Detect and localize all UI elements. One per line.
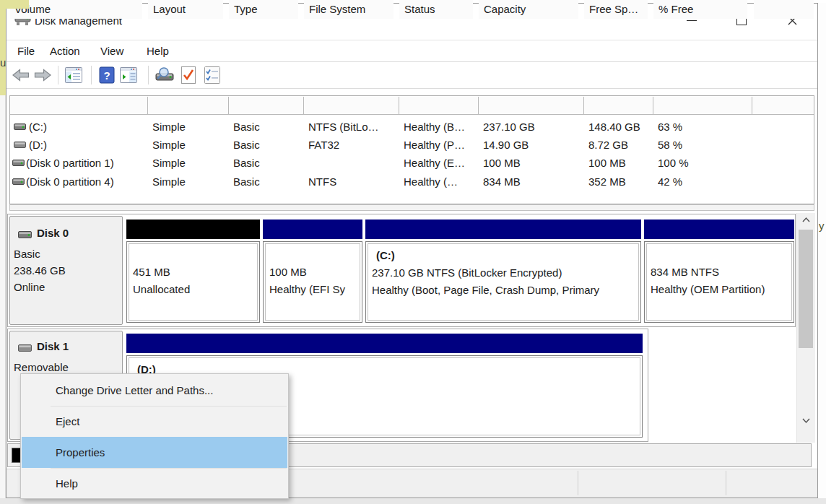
column-header-pct-free[interactable]: % Free [653, 0, 747, 19]
cell-file-system [308, 154, 396, 172]
task-checklist-icon[interactable] [204, 66, 221, 84]
cell-status: Healthy (P… [404, 136, 476, 154]
cell-layout: Simple [152, 118, 225, 136]
toolbar-separator [91, 66, 92, 84]
table-row[interactable]: (C:) Simple Basic NTFS (BitLo… Healthy (… [10, 118, 808, 136]
disk0-partition2-bar[interactable] [263, 220, 362, 239]
header-divider [399, 97, 399, 114]
volume-icon [14, 123, 26, 131]
disk0-partition2-efi[interactable]: 100 MB Healthy (EFI Sy [263, 241, 362, 323]
column-header-empty[interactable] [754, 0, 814, 19]
menu-file[interactable]: File [17, 43, 35, 60]
column-header-layout[interactable]: Layout [148, 0, 223, 19]
cell-status: Healthy (E… [404, 154, 476, 172]
column-header-capacity[interactable]: Capacity [479, 0, 578, 19]
disk1-partition1-bar[interactable] [126, 334, 643, 353]
disk1-name: Disk 1 [37, 340, 69, 352]
disk0-partition3-bar[interactable] [365, 220, 641, 239]
volume-icon [14, 141, 26, 149]
forward-icon[interactable] [33, 69, 52, 82]
cell-volume: (Disk 0 partition 1) [26, 154, 149, 172]
menu-item-properties[interactable]: Properties [22, 437, 287, 468]
background-strip-bottom [0, 498, 826, 504]
table-row[interactable]: (Disk 0 partition 4) Simple Basic NTFS H… [10, 173, 808, 191]
cell-capacity: 237.10 GB [483, 118, 581, 136]
background-window-corner [0, 0, 29, 9]
back-icon[interactable] [12, 69, 30, 82]
disk0-size: 238.46 GB [14, 262, 66, 279]
cell-capacity: 834 MB [483, 173, 581, 191]
partition-size: 100 MB [264, 264, 362, 281]
cell-status: Healthy (B… [404, 118, 476, 136]
toolbar-separator [58, 66, 58, 84]
toolbar-divider [6, 88, 817, 89]
menu-action[interactable]: Action [50, 43, 80, 60]
background-text-fragment: u [0, 56, 6, 69]
disk0-status: Online [14, 279, 45, 295]
column-header-type[interactable]: Type [229, 0, 298, 19]
disk0-partition3-c-drive[interactable]: (C:) 237.10 GB NTFS (BitLocker Encrypted… [365, 241, 641, 323]
cell-free-space: 100 MB [588, 154, 651, 172]
toolbar-separator [148, 66, 149, 84]
disk0-partition4-oem[interactable]: 834 MB NTFS Healthy (OEM Partition) [644, 241, 794, 323]
header-divider [228, 97, 229, 114]
cell-volume: (D:) [29, 136, 148, 154]
menu-divider [6, 61, 817, 62]
volume-icon [12, 178, 25, 186]
partition-status: Healthy (EFI Sy [264, 281, 362, 298]
partition-letter: (C:) [366, 247, 640, 264]
volume-icon [12, 159, 25, 167]
cell-capacity: 14.90 GB [483, 136, 581, 154]
scroll-up-icon[interactable] [801, 217, 811, 223]
scroll-down-icon[interactable] [801, 417, 811, 424]
menu-help[interactable]: Help [147, 43, 169, 60]
disk-icon [18, 344, 32, 352]
partition-size: 834 MB NTFS [645, 264, 794, 281]
menu-item-change-drive-letter[interactable]: Change Drive Letter and Paths... [22, 375, 287, 406]
table-row[interactable]: (Disk 0 partition 1) Simple Basic Health… [10, 154, 808, 172]
cell-type: Basic [233, 173, 302, 191]
header-divider [752, 97, 752, 114]
disk0-info-panel[interactable]: Disk 0 Basic 238.46 GB Online [9, 216, 123, 325]
column-header-free-space[interactable]: Free Sp… [584, 0, 648, 19]
disk0-partition1-unallocated[interactable]: 451 MB Unallocated [126, 241, 260, 323]
disk0-partition4-bar[interactable] [644, 220, 794, 239]
background-text-fragment: y [819, 220, 825, 232]
cell-capacity: 100 MB [483, 154, 581, 172]
menu-view[interactable]: View [100, 43, 123, 60]
cell-pct-free: 42 % [658, 173, 744, 191]
title-divider [6, 40, 817, 40]
cell-layout: Simple [152, 154, 225, 172]
cell-pct-free: 100 % [658, 154, 744, 172]
column-header-status[interactable]: Status [399, 0, 473, 19]
menu-item-eject[interactable]: Eject [22, 406, 287, 437]
table-row[interactable]: (D:) Simple Basic FAT32 Healthy (P… 14.9… [10, 136, 808, 154]
menu-item-help[interactable]: Help [22, 468, 287, 499]
background-window-sliver-left-lower [0, 95, 6, 498]
partition-size: 451 MB [127, 264, 259, 281]
cell-layout: Simple [152, 136, 225, 154]
column-header-volume[interactable]: Volume [10, 0, 142, 19]
disk0-name: Disk 0 [37, 227, 69, 239]
cell-file-system: NTFS [308, 173, 396, 191]
check-document-icon[interactable] [181, 66, 196, 84]
cell-pct-free: 63 % [658, 118, 744, 136]
svg-text:?: ? [103, 69, 110, 82]
volume-list-header [10, 96, 814, 115]
pane-splitter[interactable] [9, 204, 814, 211]
show-console-tree-icon[interactable] [65, 67, 82, 83]
disk0-partition1-bar-unallocated[interactable] [126, 220, 260, 239]
cell-free-space: 8.72 GB [588, 136, 651, 154]
cell-type: Basic [233, 136, 302, 154]
show-action-pane-icon[interactable] [120, 67, 137, 83]
partition-status: Healthy (OEM Partition) [645, 281, 794, 298]
cell-type: Basic [233, 154, 302, 172]
rescan-disks-icon[interactable] [155, 66, 176, 84]
header-divider [478, 97, 479, 114]
scrollbar-thumb[interactable] [799, 230, 813, 348]
cell-file-system: FAT32 [308, 136, 396, 154]
background-window-sliver-left [0, 0, 6, 95]
column-header-file-system[interactable]: File System [304, 0, 394, 19]
header-divider [583, 97, 584, 114]
help-icon[interactable]: ? [99, 66, 115, 84]
